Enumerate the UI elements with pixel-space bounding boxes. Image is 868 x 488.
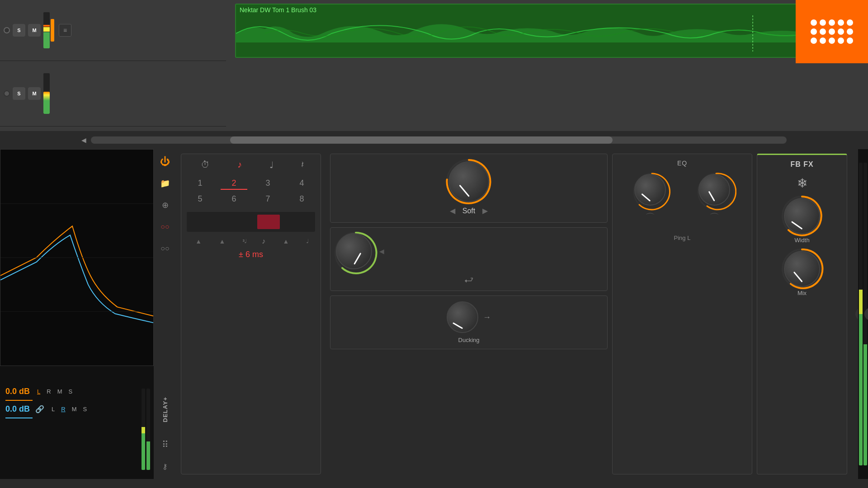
blue-level-row: 0.0 dB 🔗 L R M S (5, 404, 148, 414)
ping-label: Ping L (674, 235, 691, 241)
num-3[interactable]: 3 (255, 178, 281, 190)
num-5[interactable]: 5 (187, 193, 213, 205)
pos-right-arrow[interactable]: ▲ (283, 238, 289, 245)
ch-s-orange[interactable]: S (67, 387, 75, 396)
feedback-arrow-indicator: ◀ (379, 248, 384, 255)
scrollbar-thumb[interactable] (230, 136, 613, 144)
mix-knob-indicator (793, 272, 802, 282)
mute-button-2[interactable]: M (28, 87, 41, 100)
mix-knob-inner (784, 251, 820, 287)
link-chain-icon: ⊕ (162, 200, 169, 210)
soft-prev-arrow[interactable]: ◀ (450, 206, 455, 215)
triplet-icon: ³𝅗𝅥 (243, 238, 245, 244)
folder-icon: 📁 (160, 178, 170, 188)
blue-channel-buttons: L R M S (50, 405, 89, 413)
soft-knob[interactable] (448, 161, 489, 202)
track-options-1[interactable]: ≡ (59, 24, 71, 37)
waveform-display (236, 15, 858, 52)
ducking-knob[interactable] (447, 301, 478, 333)
ch-r-orange[interactable]: R (45, 387, 52, 396)
audio-clip[interactable]: Nektar DW Tom 1 Brush 03 (235, 4, 859, 58)
ch-s-blue[interactable]: S (81, 405, 89, 413)
orange-underline (5, 400, 33, 401)
logo-dot (838, 38, 844, 44)
ch-l-blue[interactable]: L (50, 405, 57, 413)
plugin-main-panel: ⏱ ♪ ♩ 𝄽 1 2 3 4 5 6 7 8 (176, 149, 868, 479)
feedback-knob-indicator (354, 253, 361, 265)
power-button[interactable]: ⏻ (157, 154, 173, 170)
eq-knob-1[interactable] (634, 174, 666, 206)
logo-dot (838, 19, 844, 26)
num-2[interactable]: 2 (221, 178, 247, 190)
soft-knob-indicator (459, 185, 469, 197)
record-button[interactable]: ○○ (157, 219, 173, 235)
record-icon-2: ○○ (160, 244, 169, 253)
feedback-section: ◀ ⮐ (330, 227, 608, 291)
mix-knob[interactable] (784, 251, 820, 287)
solo-button-2[interactable]: S (13, 87, 25, 100)
scrollbar-track[interactable] (91, 136, 787, 144)
track-meter-2 (43, 73, 50, 114)
record-button-2[interactable]: ○○ (157, 240, 173, 257)
width-knob-indicator (791, 221, 802, 230)
quarter-note-icon[interactable]: ♩ (269, 160, 274, 170)
track-led-1[interactable] (4, 27, 10, 33)
fbfx-panel: FB FX ❄ Width (757, 154, 847, 474)
eq-curve-2[interactable]: ⌒ (709, 211, 719, 225)
daw-top-area: S M ≡ S M Nektar DW Tom 1 Brush 03 (0, 0, 868, 131)
right-meter-1-fill (859, 314, 863, 465)
logo-dot (847, 28, 853, 35)
eq-knob-2[interactable] (698, 174, 730, 206)
feedback-row: ◀ (336, 233, 602, 269)
snowflake-icon[interactable]: ❄ (797, 176, 807, 191)
plugin-area: 0.0 dB L R M S 0.0 dB 🔗 L R M S (0, 149, 868, 479)
track-timeline: Nektar DW Tom 1 Brush 03 (226, 0, 868, 131)
dots-icon: ⠿ (162, 439, 169, 450)
delay-section: ⏱ ♪ ♩ 𝄽 1 2 3 4 5 6 7 8 (181, 154, 321, 474)
soft-row: ◀ Soft ▶ (450, 206, 488, 215)
num-6[interactable]: 6 (221, 193, 247, 205)
width-knob[interactable] (784, 198, 820, 234)
note-icons-row: ⏱ ♪ ♩ 𝄽 (187, 160, 315, 170)
logo-dot (829, 19, 835, 26)
ch-r-blue[interactable]: R (59, 405, 67, 413)
num-7[interactable]: 7 (255, 193, 281, 205)
track-led-2[interactable] (4, 90, 10, 97)
meter-bar-1 (142, 389, 145, 470)
clock-icon[interactable]: ⏱ (201, 160, 210, 170)
ch-l-orange[interactable]: L (35, 387, 42, 396)
position-controls: ▲ ▲ ³𝅗𝅥 ♪ ▲ 𝅗𝅥 (187, 237, 315, 245)
feedback-knob[interactable] (336, 233, 372, 269)
dots-menu-button[interactable]: ⠿ (157, 436, 173, 453)
pos-left-arrow[interactable]: ▲ (195, 238, 202, 245)
link-icon[interactable]: 🔗 (35, 405, 44, 413)
eq-title: EQ (618, 160, 746, 167)
num-1[interactable]: 1 (187, 178, 213, 190)
solo-button-1[interactable]: S (13, 24, 25, 37)
ch-m-orange[interactable]: M (56, 387, 64, 396)
soft-label: Soft (462, 207, 475, 215)
pos-center-arrow[interactable]: ▲ (219, 238, 225, 245)
scroll-left-arrow[interactable]: ◀ (81, 136, 86, 144)
logo-dot (811, 38, 817, 44)
eq-curves-row: ⌒ ⌒ (618, 211, 746, 225)
folder-button[interactable]: 📁 (157, 175, 173, 192)
soft-next-arrow[interactable]: ▶ (482, 206, 488, 215)
eq-knob-1-inner (634, 174, 666, 206)
ducking-label: Ducking (458, 337, 480, 343)
level-indicator-1 (51, 19, 54, 42)
feedback-knob-wrap (336, 233, 372, 269)
logo-dot (847, 38, 853, 44)
ducking-arrow-icon: → (483, 313, 491, 322)
num-4[interactable]: 4 (288, 178, 315, 190)
link-chain-button[interactable]: ⊕ (157, 197, 173, 213)
mute-button-1[interactable]: M (28, 24, 41, 37)
ch-m-blue[interactable]: M (70, 405, 79, 413)
position-bar[interactable] (187, 212, 315, 232)
eq-curve-1[interactable]: ⌒ (645, 211, 655, 225)
eighth-note-icon[interactable]: ♪ (237, 160, 242, 170)
return-icon[interactable]: ⮐ (464, 275, 473, 285)
num-8[interactable]: 8 (288, 193, 315, 205)
key-button[interactable]: ⚷ (157, 458, 173, 474)
logo-dot (811, 19, 817, 26)
